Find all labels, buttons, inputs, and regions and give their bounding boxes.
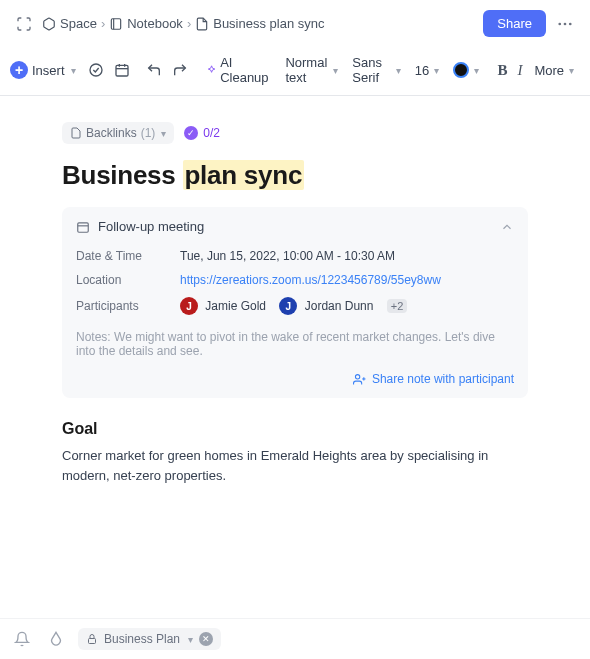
participant-name[interactable]: Jordan Dunn: [305, 299, 374, 313]
tasks-count: 0/2: [203, 126, 220, 140]
plus-icon: +: [10, 61, 28, 79]
chevron-down-icon: ▾: [188, 634, 193, 645]
italic-button[interactable]: I: [513, 58, 526, 83]
participants-list: J Jamie Gold J Jordan Dunn +2: [180, 297, 407, 315]
chevron-down-icon: ▾: [71, 65, 76, 76]
undo-icon[interactable]: [142, 58, 166, 82]
svg-point-3: [564, 22, 567, 25]
lock-icon: [86, 633, 98, 645]
participants-label: Participants: [76, 299, 168, 313]
goal-heading[interactable]: Goal: [62, 420, 528, 438]
page-title[interactable]: Business plan sync: [62, 160, 528, 191]
backlinks-label: Backlinks: [86, 126, 137, 140]
title-highlight: plan sync: [183, 160, 305, 190]
tag-chip[interactable]: Business Plan ▾ ✕: [78, 628, 221, 650]
font-size-dropdown[interactable]: 16 ▾: [409, 59, 445, 82]
ai-cleanup-label: AI Cleanup: [220, 55, 271, 85]
participant-name[interactable]: Jamie Gold: [205, 299, 266, 313]
more-participants-badge[interactable]: +2: [387, 299, 408, 313]
breadcrumb-notebook[interactable]: Notebook: [109, 16, 183, 31]
share-button[interactable]: Share: [483, 10, 546, 37]
title-plain: Business: [62, 160, 183, 190]
chevron-up-icon[interactable]: [500, 220, 514, 234]
topbar: Space › Notebook › Business plan sync Sh…: [0, 0, 590, 45]
meeting-row-participants: Participants J Jamie Gold J Jordan Dunn …: [76, 292, 514, 320]
breadcrumb: Space › Notebook › Business plan sync: [42, 16, 325, 31]
backlinks-chip[interactable]: Backlinks (1) ▾: [62, 122, 174, 144]
chevron-down-icon: ▾: [161, 128, 166, 139]
more-label: More: [534, 63, 564, 78]
more-formatting-dropdown[interactable]: More ▾: [528, 59, 580, 82]
svg-point-5: [90, 64, 102, 76]
share-note-label: Share note with participant: [372, 372, 514, 386]
meeting-card: Follow-up meeting Date & Time Tue, Jun 1…: [62, 207, 528, 398]
goal-body[interactable]: Corner market for green homes in Emerald…: [62, 446, 528, 485]
breadcrumb-page[interactable]: Business plan sync: [195, 16, 324, 31]
bell-icon[interactable]: [10, 627, 34, 651]
font-family-label: Sans Serif: [352, 55, 390, 85]
calendar-icon: [76, 220, 90, 234]
check-icon: ✓: [184, 126, 198, 140]
share-note-button[interactable]: Share note with participant: [76, 364, 514, 386]
datetime-value: Tue, Jun 15, 2022, 10:00 AM - 10:30 AM: [180, 249, 395, 263]
font-size-label: 16: [415, 63, 429, 78]
meeting-row-location: Location https://zereatiors.zoom.us/1223…: [76, 268, 514, 292]
meeting-title: Follow-up meeting: [98, 219, 204, 234]
chevron-down-icon: ▾: [474, 65, 479, 76]
toolbar: + Insert ▾ AI Cleanup Normal text ▾ Sans…: [0, 45, 590, 96]
location-label: Location: [76, 273, 168, 287]
droplet-icon[interactable]: [44, 627, 68, 651]
meeting-notes: Notes: We might want to pivot in the wak…: [76, 320, 514, 364]
redo-icon[interactable]: [168, 58, 192, 82]
more-menu-icon[interactable]: [552, 15, 578, 33]
bold-button[interactable]: B: [493, 58, 511, 83]
font-family-dropdown[interactable]: Sans Serif ▾: [346, 51, 406, 89]
avatar[interactable]: J: [180, 297, 198, 315]
breadcrumb-notebook-label: Notebook: [127, 16, 183, 31]
tasks-progress[interactable]: ✓ 0/2: [184, 126, 220, 140]
breadcrumb-space[interactable]: Space: [42, 16, 97, 31]
paragraph-style-label: Normal text: [285, 55, 328, 85]
location-link[interactable]: https://zereatiors.zoom.us/1223456789/55…: [180, 273, 441, 287]
breadcrumb-page-label: Business plan sync: [213, 16, 324, 31]
backlinks-count: (1): [141, 126, 156, 140]
insert-label: Insert: [32, 63, 65, 78]
svg-point-2: [558, 22, 561, 25]
text-color-picker[interactable]: ▾: [447, 58, 485, 82]
chevron-down-icon: ▾: [396, 65, 401, 76]
paragraph-style-dropdown[interactable]: Normal text ▾: [279, 51, 344, 89]
chevron-down-icon: ▾: [434, 65, 439, 76]
svg-rect-0: [112, 18, 121, 29]
task-icon[interactable]: [84, 58, 108, 82]
footer: Business Plan ▾ ✕: [0, 618, 590, 659]
breadcrumb-sep: ›: [187, 16, 191, 31]
breadcrumb-sep: ›: [101, 16, 105, 31]
svg-rect-15: [89, 639, 96, 644]
chevron-down-icon: ▾: [569, 65, 574, 76]
breadcrumb-space-label: Space: [60, 16, 97, 31]
meeting-row-datetime: Date & Time Tue, Jun 15, 2022, 10:00 AM …: [76, 244, 514, 268]
chip-row: Backlinks (1) ▾ ✓ 0/2: [62, 122, 528, 144]
content-area: Backlinks (1) ▾ ✓ 0/2 Business plan sync…: [0, 96, 590, 618]
svg-rect-10: [78, 222, 89, 231]
ai-cleanup-button[interactable]: AI Cleanup: [200, 51, 277, 89]
user-plus-icon: [353, 373, 366, 386]
chevron-down-icon: ▾: [333, 65, 338, 76]
meeting-header[interactable]: Follow-up meeting: [76, 219, 514, 244]
svg-point-12: [355, 374, 359, 378]
datetime-label: Date & Time: [76, 249, 168, 263]
tag-label: Business Plan: [104, 632, 180, 646]
color-swatch-icon: [453, 62, 469, 78]
svg-point-4: [569, 22, 572, 25]
insert-button[interactable]: + Insert ▾: [10, 61, 76, 79]
calendar-icon[interactable]: [110, 58, 134, 82]
expand-icon[interactable]: [12, 12, 36, 36]
close-icon[interactable]: ✕: [199, 632, 213, 646]
svg-rect-6: [116, 65, 128, 76]
avatar[interactable]: J: [279, 297, 297, 315]
